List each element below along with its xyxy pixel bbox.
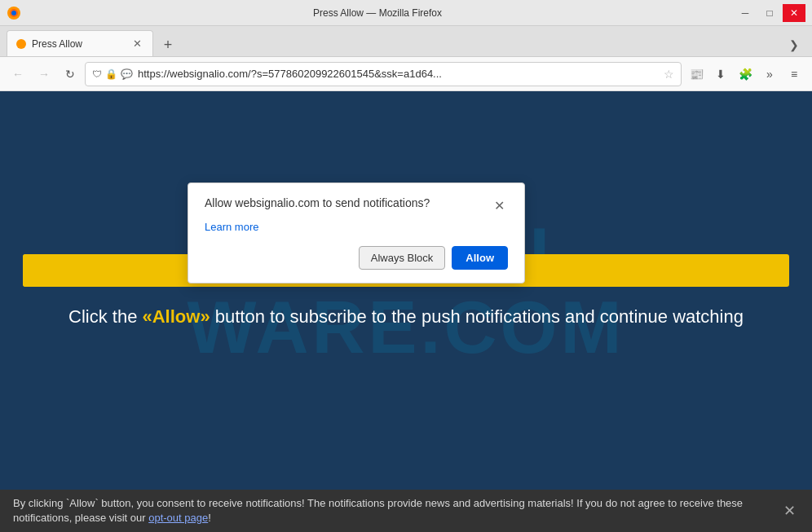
opt-out-link[interactable]: opt-out page <box>148 512 208 524</box>
reload-button[interactable]: ↻ <box>59 63 82 86</box>
bottom-bar-close-button[interactable]: ✕ <box>779 501 799 521</box>
pocket-button[interactable]: 📰 <box>685 63 708 86</box>
bottom-bar-text: By clicking `Allow` button, you consent … <box>13 496 771 525</box>
address-bar[interactable]: 🛡 🔒 💬 https://websignalio.com/?s=5778602… <box>85 62 682 86</box>
bottom-notification-bar: By clicking `Allow` button, you consent … <box>0 490 812 532</box>
learn-more-link[interactable]: Learn more <box>205 221 508 233</box>
svg-point-2 <box>11 11 16 15</box>
security-shield-icon: 🛡 <box>92 68 102 80</box>
minimize-button[interactable]: ─ <box>734 4 757 22</box>
popup-close-button[interactable]: ✕ <box>490 196 508 214</box>
notification-permission-popup: Allow websignalio.com to send notificati… <box>188 182 525 284</box>
page-content: MYANTI WARE.COM 99% Click the «Allow» bu… <box>0 91 812 490</box>
bookmark-star-icon[interactable]: ☆ <box>664 68 674 81</box>
cta-text: Click the «Allow» button to subscribe to… <box>68 306 744 328</box>
tab-title: Press Allow <box>32 38 125 50</box>
download-button[interactable]: ⬇ <box>709 63 732 86</box>
close-window-button[interactable]: ✕ <box>783 4 805 22</box>
maximize-button[interactable]: □ <box>758 4 781 22</box>
popup-title: Allow websignalio.com to send notificati… <box>205 196 490 209</box>
menu-button[interactable]: ≡ <box>783 63 805 86</box>
allow-button[interactable]: Allow <box>452 246 508 270</box>
bottom-bar-prefix: By clicking `Allow` button, you consent … <box>13 497 743 524</box>
bottom-bar-suffix: ! <box>208 512 211 524</box>
more-tools-button[interactable]: » <box>758 63 781 86</box>
browser-tab[interactable]: Press Allow ✕ <box>7 30 153 56</box>
tab-list-button[interactable]: ❯ <box>783 33 805 56</box>
chat-bubble-icon: 💬 <box>121 68 133 80</box>
url-display: https://websignalio.com/?s=5778602099226… <box>138 68 659 80</box>
extensions-button[interactable]: 🧩 <box>734 63 757 86</box>
tab-favicon-icon <box>15 38 27 50</box>
watermark-line2: WARE.COM <box>188 291 625 364</box>
lock-icon: 🔒 <box>105 68 117 80</box>
firefox-logo-icon <box>7 6 21 20</box>
cta-highlight: «Allow» <box>143 306 210 327</box>
new-tab-button[interactable]: + <box>157 33 179 56</box>
always-block-button[interactable]: Always Block <box>359 246 446 270</box>
window-title: Press Allow — Mozilla Firefox <box>21 7 734 19</box>
svg-point-3 <box>16 39 26 49</box>
forward-button[interactable]: → <box>33 63 55 86</box>
tab-close-button[interactable]: ✕ <box>130 37 144 51</box>
back-button[interactable]: ← <box>7 63 29 86</box>
watermark: MYANTI WARE.COM <box>0 91 812 490</box>
